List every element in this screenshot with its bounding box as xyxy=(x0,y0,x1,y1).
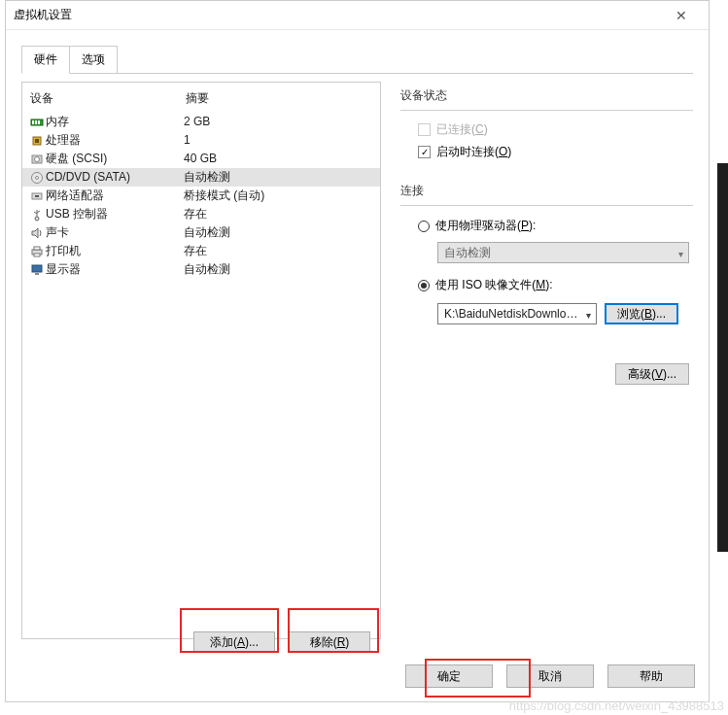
iso-file-line: K:\BaiduNetdiskDownload\rh 浏览(B)... xyxy=(400,297,693,324)
browse-button[interactable]: 浏览(B)... xyxy=(605,303,678,324)
svg-rect-5 xyxy=(35,139,39,143)
device-status-group: 已连接(C) ✓ 启动时连接(O) xyxy=(400,110,693,163)
svg-rect-11 xyxy=(35,195,39,197)
device-name: CD/DVD (SATA) xyxy=(46,168,184,187)
physical-drive-combo: 自动检测 xyxy=(437,242,689,263)
cancel-button[interactable]: 取消 xyxy=(506,664,594,688)
watermark: https://blog.csdn.net/weixin_43988513 xyxy=(509,698,724,713)
usb-icon xyxy=(28,208,46,221)
svg-rect-2 xyxy=(35,120,37,124)
svg-rect-19 xyxy=(34,254,40,256)
dialog-footer: 确定 取消 帮助 xyxy=(405,664,695,688)
checkbox-connect-on-poweron[interactable]: ✓ 启动时连接(O) xyxy=(400,141,693,163)
content-row: 设备 摘要 内存2 GB处理器1硬盘 (SCSI)40 GBCD/DVD (SA… xyxy=(6,74,709,647)
printer-icon xyxy=(28,245,46,258)
svg-rect-20 xyxy=(32,265,42,272)
device-summary: 自动检测 xyxy=(184,223,376,242)
device-row[interactable]: 硬盘 (SCSI)40 GB xyxy=(22,150,380,168)
device-row[interactable]: 内存2 GB xyxy=(22,113,380,131)
device-summary: 自动检测 xyxy=(184,260,376,279)
add-button[interactable]: 添加(A)... xyxy=(193,631,275,653)
advanced-row: 高级(V)... xyxy=(400,324,693,385)
device-row[interactable]: 网络适配器桥接模式 (自动) xyxy=(22,187,380,205)
device-list-header: 设备 摘要 xyxy=(22,83,380,113)
iso-path-combo[interactable]: K:\BaiduNetdiskDownload\rh xyxy=(437,303,597,324)
device-row[interactable]: 声卡自动检测 xyxy=(22,223,380,242)
device-row[interactable]: CD/DVD (SATA)自动检测 xyxy=(22,168,380,187)
radio-use-iso[interactable]: 使用 ISO 映像文件(M): xyxy=(400,273,693,297)
use-physical-label: 使用物理驱动器(P): xyxy=(435,218,536,234)
checkbox-icon xyxy=(418,123,431,136)
device-list: 内存2 GB处理器1硬盘 (SCSI)40 GBCD/DVD (SATA)自动检… xyxy=(22,113,380,638)
device-summary: 自动检测 xyxy=(184,168,376,187)
ok-button[interactable]: 确定 xyxy=(405,664,493,688)
device-name: 声卡 xyxy=(46,223,184,242)
memory-icon xyxy=(28,116,46,129)
display-icon xyxy=(28,263,46,277)
device-summary: 40 GB xyxy=(184,150,376,168)
device-summary: 存在 xyxy=(184,242,376,260)
radio-icon xyxy=(418,280,430,291)
svg-rect-3 xyxy=(38,120,40,124)
device-row[interactable]: USB 控制器存在 xyxy=(22,205,380,223)
window-title: 虚拟机设置 xyxy=(14,7,662,23)
device-name: 网络适配器 xyxy=(46,187,184,205)
device-row[interactable]: 打印机存在 xyxy=(22,242,380,260)
device-name: 处理器 xyxy=(46,131,184,150)
connection-group: 使用物理驱动器(P): 自动检测 使用 ISO 映像文件(M): K:\Baid… xyxy=(400,205,693,385)
device-row[interactable]: 处理器1 xyxy=(22,131,380,150)
radio-use-physical[interactable]: 使用物理驱动器(P): xyxy=(400,214,693,238)
vm-settings-dialog: 虚拟机设置 ✕ 硬件 选项 设备 摘要 内存2 GB处理器1硬盘 (SCSI)4… xyxy=(5,0,710,702)
sound-icon xyxy=(28,226,46,240)
connected-label: 已连接(C) xyxy=(436,121,488,138)
help-button[interactable]: 帮助 xyxy=(607,664,695,688)
connection-title: 连接 xyxy=(400,183,693,199)
tab-hardware[interactable]: 硬件 xyxy=(21,46,70,74)
right-panel: 设备状态 已连接(C) ✓ 启动时连接(O) 连接 xyxy=(381,82,693,639)
device-name: 打印机 xyxy=(46,242,184,260)
device-summary: 2 GB xyxy=(184,113,376,131)
titlebar: 虚拟机设置 ✕ xyxy=(6,1,709,30)
svg-rect-18 xyxy=(34,247,40,250)
physical-drive-row: 自动检测 xyxy=(400,238,693,273)
svg-rect-21 xyxy=(35,273,39,275)
device-name: USB 控制器 xyxy=(46,205,184,223)
add-remove-row: 添加(A)... 移除(R) xyxy=(193,631,370,653)
svg-point-12 xyxy=(35,217,39,221)
svg-rect-1 xyxy=(32,120,34,124)
connect-on-poweron-label: 启动时连接(O) xyxy=(436,144,511,160)
device-name: 显示器 xyxy=(46,260,184,279)
device-name: 内存 xyxy=(46,113,184,131)
device-row[interactable]: 显示器自动检测 xyxy=(22,260,380,279)
remove-button[interactable]: 移除(R) xyxy=(289,631,370,653)
use-iso-label: 使用 ISO 映像文件(M): xyxy=(435,277,553,293)
tab-strip: 硬件 选项 xyxy=(6,30,709,74)
svg-point-9 xyxy=(36,176,39,179)
cd-icon xyxy=(28,171,46,185)
header-device: 设备 xyxy=(30,90,186,107)
side-dark-strip xyxy=(717,163,728,552)
svg-marker-16 xyxy=(32,228,38,238)
disk-icon xyxy=(28,153,46,166)
device-list-panel: 设备 摘要 内存2 GB处理器1硬盘 (SCSI)40 GBCD/DVD (SA… xyxy=(21,82,381,639)
close-icon[interactable]: ✕ xyxy=(662,8,701,23)
svg-point-7 xyxy=(35,156,40,161)
device-status-title: 设备状态 xyxy=(400,87,693,104)
device-summary: 1 xyxy=(184,131,376,150)
header-summary: 摘要 xyxy=(186,90,374,107)
device-summary: 存在 xyxy=(184,205,376,223)
cpu-icon xyxy=(28,134,46,148)
device-summary: 桥接模式 (自动) xyxy=(184,187,376,205)
advanced-button[interactable]: 高级(V)... xyxy=(615,363,689,385)
tab-options[interactable]: 选项 xyxy=(69,46,118,74)
checkbox-icon: ✓ xyxy=(418,146,431,158)
checkbox-connected: 已连接(C) xyxy=(400,119,693,141)
radio-icon xyxy=(418,221,430,232)
device-name: 硬盘 (SCSI) xyxy=(46,150,184,168)
net-icon xyxy=(28,189,46,203)
